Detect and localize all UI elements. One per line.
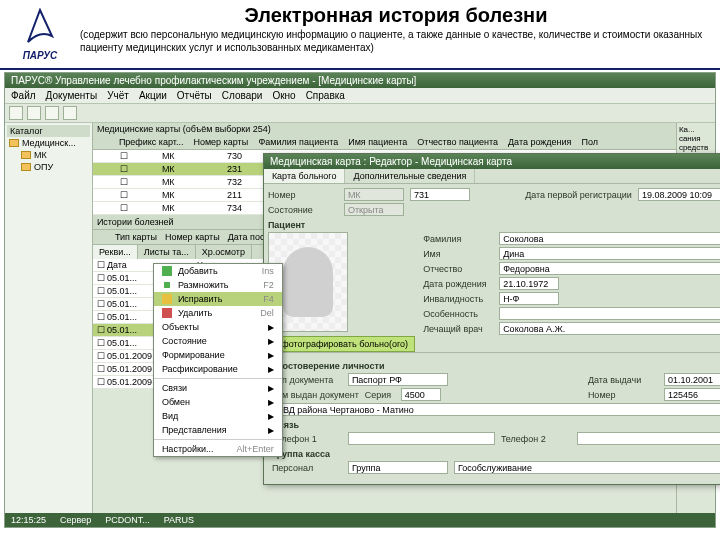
menu-uchet[interactable]: Учёт bbox=[107, 90, 129, 101]
sail-icon bbox=[20, 8, 60, 48]
tree-item-root[interactable]: Медицинск... bbox=[7, 137, 90, 149]
date-input[interactable]: 19.08.2009 10:09 bbox=[638, 188, 720, 201]
scan-button[interactable]: Сфотографировать больно(ого) bbox=[268, 336, 415, 352]
tb-btn-4[interactable] bbox=[63, 106, 77, 120]
tab-extra[interactable]: Дополнительные сведения bbox=[345, 169, 475, 183]
tree-label-1: МК bbox=[34, 150, 47, 160]
name-label: Имя bbox=[423, 249, 493, 259]
gos-input[interactable]: Гособслуживание bbox=[454, 461, 720, 474]
menu-item[interactable]: Обмен▶ bbox=[154, 395, 282, 409]
tree-label-2: ОПУ bbox=[34, 162, 53, 172]
tb-btn-1[interactable] bbox=[9, 106, 23, 120]
status-label: Состояние bbox=[268, 205, 338, 215]
page-header: ПАРУС Электронная история болезни (содер… bbox=[0, 0, 720, 70]
tab-card[interactable]: Карта больного bbox=[264, 169, 346, 183]
menu-item[interactable]: Объекты▶ bbox=[154, 320, 282, 334]
tb-btn-3[interactable] bbox=[45, 106, 59, 120]
group-section: Группа касса bbox=[272, 449, 720, 459]
add-icon bbox=[162, 266, 172, 276]
toolbar bbox=[5, 104, 715, 123]
menu-dicts[interactable]: Словари bbox=[222, 90, 263, 101]
tel2-input[interactable] bbox=[577, 432, 720, 445]
doc-date-input[interactable]: 01.10.2001 bbox=[664, 373, 720, 386]
date-label: Дата первой регистрации bbox=[525, 190, 632, 200]
tab-rekvi[interactable]: Рекви... bbox=[93, 245, 138, 259]
menu-item[interactable]: Связи▶ bbox=[154, 381, 282, 395]
status-db: PARUS bbox=[164, 515, 194, 525]
tree-item-opu[interactable]: ОПУ bbox=[7, 161, 90, 173]
doc-type-input[interactable]: Паспорт РФ bbox=[348, 373, 448, 386]
doc-section: Удостоверение личности Тип документа Пас… bbox=[268, 352, 720, 480]
menu-item[interactable]: ИсправитьF4 bbox=[154, 292, 282, 306]
nomer-input[interactable]: 731 bbox=[410, 188, 470, 201]
dialog-title[interactable]: Медицинская карта : Редактор - Медицинск… bbox=[264, 154, 720, 169]
tb-btn-2[interactable] bbox=[27, 106, 41, 120]
menu-window[interactable]: Окно bbox=[272, 90, 295, 101]
doc-who-label: Кем выдан документ bbox=[272, 390, 359, 400]
menu-item[interactable]: ДобавитьIns bbox=[154, 264, 282, 278]
tab-listy[interactable]: Листы та... bbox=[138, 245, 196, 259]
app-title-bar[interactable]: ПАРУС® Управление лечебно профилактическ… bbox=[5, 73, 715, 88]
doc-who-input[interactable]: ОВД района Чертаново - Матино bbox=[272, 403, 720, 416]
doc-date-label: Дата выдачи bbox=[588, 375, 658, 385]
menu-item[interactable]: Представления▶ bbox=[154, 423, 282, 437]
tree-label-0: Медицинск... bbox=[22, 138, 76, 148]
tree-item-mk[interactable]: МК bbox=[7, 149, 90, 161]
doctor-input[interactable]: Соколова А.Ж. bbox=[499, 322, 720, 335]
photo-col: Сфотографировать больно(ого) bbox=[268, 232, 415, 352]
doc-section-label: Удостоверение личности bbox=[272, 361, 720, 371]
add-mul-icon bbox=[162, 280, 172, 290]
hist-col-2[interactable]: Номер карты bbox=[165, 232, 220, 242]
inv-input[interactable]: Н-Ф bbox=[499, 292, 559, 305]
menu-item[interactable]: Формирование▶ bbox=[154, 348, 282, 362]
hist-col-1[interactable]: Тип карты bbox=[115, 232, 157, 242]
folder-icon bbox=[21, 151, 31, 159]
folder-icon bbox=[21, 163, 31, 171]
status-server: Сервер bbox=[60, 515, 91, 525]
menu-item[interactable]: РазмножитьF2 bbox=[154, 278, 282, 292]
main-area: Медицинские карты (объём выборки 254) Пр… bbox=[93, 123, 676, 513]
fam-input[interactable]: Соколова bbox=[499, 232, 720, 245]
dialog-tabs: Карта больного Дополнительные сведения bbox=[264, 169, 720, 184]
menu-item[interactable]: УдалитьDel bbox=[154, 306, 282, 320]
menu-docs[interactable]: Документы bbox=[46, 90, 98, 101]
menu-file[interactable]: Файл bbox=[11, 90, 36, 101]
page-subtitle: (содержит всю персональную медицинскую и… bbox=[80, 29, 712, 54]
col-name[interactable]: Имя пациента bbox=[348, 137, 407, 147]
person-icon bbox=[283, 247, 333, 317]
main-layout: Каталог Медицинск... МК ОПУ Медицинские … bbox=[5, 123, 715, 513]
pers-label: Персонал bbox=[272, 463, 342, 473]
osob-input[interactable] bbox=[499, 307, 720, 320]
menu-help[interactable]: Справка bbox=[306, 90, 345, 101]
dialog-body: Номер МК 731 Дата первой регистрации 19.… bbox=[264, 184, 720, 484]
doc-num-input[interactable]: 125456 bbox=[664, 388, 720, 401]
col-check bbox=[97, 137, 109, 147]
tel1-input[interactable] bbox=[348, 432, 495, 445]
sidebar-label: Каталог bbox=[7, 125, 90, 137]
col-otch[interactable]: Отчество пациента bbox=[417, 137, 498, 147]
doc-ser-input[interactable]: 4500 bbox=[401, 388, 441, 401]
menu-item[interactable]: Настройки...Alt+Enter bbox=[154, 442, 282, 456]
menu-reports[interactable]: Отчёты bbox=[177, 90, 212, 101]
hist-col-0 bbox=[97, 232, 107, 242]
app-title: ПАРУС® Управление лечебно профилактическ… bbox=[11, 75, 416, 86]
col-fam[interactable]: Фамилия пациента bbox=[258, 137, 338, 147]
name-input[interactable]: Дина bbox=[499, 247, 720, 260]
col-number[interactable]: Номер карты bbox=[193, 137, 248, 147]
menu-item[interactable]: Расфиксирование▶ bbox=[154, 362, 282, 376]
list-item: Ка... bbox=[679, 125, 713, 134]
dob-label: Дата рождения bbox=[423, 279, 493, 289]
logo: ПАРУС bbox=[8, 4, 72, 64]
tab-hr[interactable]: Хр.осмотр bbox=[196, 245, 252, 259]
patient-fields: ФамилияСоколова ИмяДина ОтчествоФедоровн… bbox=[423, 232, 720, 352]
dob-input[interactable]: 21.10.1972 bbox=[499, 277, 559, 290]
col-prefix[interactable]: Префикс карт... bbox=[119, 137, 184, 147]
menu-item[interactable]: Состояние▶ bbox=[154, 334, 282, 348]
menu-item[interactable]: Вид▶ bbox=[154, 409, 282, 423]
menu-actions[interactable]: Акции bbox=[139, 90, 167, 101]
list-item: сания bbox=[679, 134, 713, 143]
col-dob[interactable]: Дата рождения bbox=[508, 137, 572, 147]
pers-input[interactable]: Группа bbox=[348, 461, 448, 474]
col-sex[interactable]: Пол bbox=[581, 137, 636, 147]
otch-input[interactable]: Федоровна bbox=[499, 262, 720, 275]
